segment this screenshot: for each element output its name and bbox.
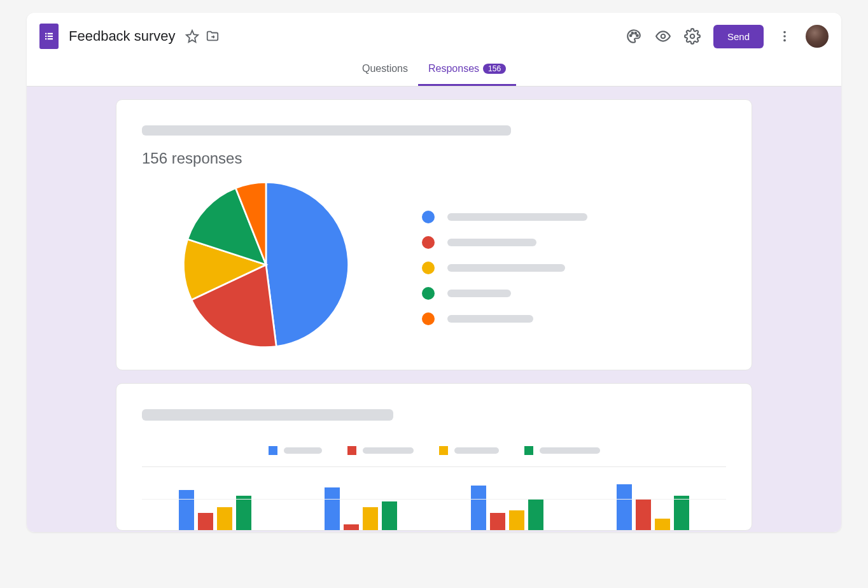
tab-questions[interactable]: Questions	[352, 53, 418, 86]
bar-legend-item	[347, 446, 414, 455]
legend-label-placeholder	[447, 239, 536, 246]
send-button[interactable]: Send	[713, 25, 764, 48]
tab-responses[interactable]: Responses 156	[418, 53, 516, 86]
star-icon[interactable]	[185, 29, 200, 44]
bar	[471, 486, 486, 530]
preview-eye-icon[interactable]	[655, 28, 671, 45]
svg-rect-3	[48, 36, 53, 37]
bar	[674, 496, 689, 530]
svg-point-10	[661, 34, 666, 39]
legend-swatch-icon	[439, 446, 448, 455]
bar	[617, 484, 632, 530]
legend-label-placeholder	[540, 447, 600, 454]
forms-logo-icon[interactable]	[39, 24, 59, 49]
bar	[528, 499, 543, 531]
more-vert-icon[interactable]	[776, 28, 793, 45]
app-window: Feedback survey Send Questions	[27, 13, 841, 532]
bar	[509, 510, 524, 531]
responses-count-text: 156 responses	[142, 150, 726, 167]
svg-point-7	[631, 32, 633, 34]
legend-swatch-icon	[347, 446, 356, 455]
tabs-bar: Questions Responses 156	[27, 53, 841, 87]
legend-dot-icon	[422, 287, 435, 300]
bar-group	[325, 487, 397, 531]
bar	[217, 507, 232, 530]
summary-card-pie: 156 responses	[116, 99, 752, 370]
bar	[236, 496, 251, 530]
move-to-folder-icon[interactable]	[205, 29, 220, 44]
header-bar: Feedback survey Send	[27, 13, 841, 53]
svg-rect-4	[45, 38, 46, 39]
legend-label-placeholder	[447, 264, 565, 272]
pie-chart	[180, 179, 352, 351]
question-title-placeholder	[142, 409, 393, 421]
svg-point-13	[783, 35, 786, 38]
svg-point-9	[636, 35, 638, 37]
legend-item	[422, 236, 587, 249]
bar-legend-item	[524, 446, 600, 455]
bar-legend	[142, 446, 726, 455]
svg-point-6	[630, 35, 632, 37]
legend-dot-icon	[422, 262, 435, 274]
legend-label-placeholder	[454, 447, 499, 454]
palette-icon[interactable]	[626, 28, 642, 45]
legend-item	[422, 211, 587, 223]
legend-label-placeholder	[284, 447, 322, 454]
bar-legend-item	[269, 446, 322, 455]
legend-dot-icon	[422, 312, 435, 325]
bar-group	[179, 490, 251, 530]
legend-swatch-icon	[524, 446, 533, 455]
bar	[344, 524, 359, 530]
header-tools: Send	[626, 25, 829, 48]
bar-group	[617, 484, 689, 530]
bar	[325, 487, 340, 531]
legend-dot-icon	[422, 236, 435, 249]
legend-dot-icon	[422, 211, 435, 223]
svg-rect-0	[45, 33, 46, 34]
legend-item	[422, 312, 587, 325]
legend-label-placeholder	[447, 315, 533, 323]
svg-point-12	[783, 31, 786, 34]
svg-rect-2	[45, 36, 46, 37]
bar	[655, 519, 670, 530]
svg-point-11	[690, 34, 695, 39]
legend-label-placeholder	[363, 447, 414, 454]
bar-group	[471, 486, 543, 530]
settings-gear-icon[interactable]	[684, 28, 701, 45]
bar	[363, 507, 378, 530]
legend-label-placeholder	[447, 213, 587, 221]
bar-chart	[142, 466, 726, 530]
account-avatar[interactable]	[806, 25, 829, 48]
bar	[382, 501, 397, 530]
svg-rect-5	[48, 38, 53, 39]
pie-slice	[266, 182, 349, 346]
bar	[636, 499, 651, 531]
bar	[490, 513, 505, 530]
bar	[198, 513, 213, 530]
question-title-placeholder	[142, 125, 511, 136]
legend-swatch-icon	[269, 446, 277, 455]
summary-card-bars	[116, 383, 752, 531]
pie-legend	[422, 211, 587, 325]
responses-body: 156 responses	[27, 87, 841, 532]
document-title[interactable]: Feedback survey	[69, 28, 176, 45]
responses-count-badge: 156	[483, 64, 506, 74]
bar-legend-item	[439, 446, 499, 455]
svg-point-8	[634, 32, 636, 34]
tab-responses-label: Responses	[428, 63, 479, 74]
bar	[179, 490, 194, 530]
legend-label-placeholder	[447, 290, 511, 297]
svg-rect-1	[48, 33, 53, 34]
legend-item	[422, 287, 587, 300]
legend-item	[422, 262, 587, 274]
svg-point-14	[783, 39, 786, 42]
